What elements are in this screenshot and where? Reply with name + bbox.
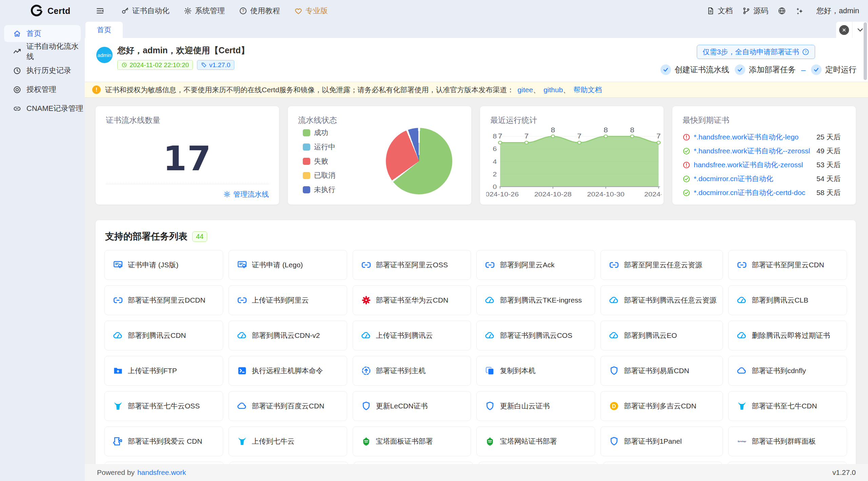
setup-step-2[interactable]: 添加部署任务 — [735, 64, 796, 75]
task-card[interactable]: 上传证书到FTP — [104, 356, 223, 386]
task-label: 部署证书到我爱云 CDN — [128, 437, 202, 446]
task-card[interactable]: 部署证书到百度云CDN — [229, 391, 347, 421]
task-card-partial[interactable] — [603, 462, 723, 464]
sidebar-collapse-icon[interactable] — [96, 6, 104, 15]
cert-link[interactable]: *.docmirror.cn证书自动化-certd-doc — [694, 188, 813, 197]
setup-step-1[interactable]: 创建证书流水线 — [660, 64, 729, 75]
topbar-docs-button[interactable]: 文档 — [702, 6, 737, 16]
tab-home[interactable]: 首页 — [85, 22, 123, 38]
user-greeting[interactable]: 您好，admin — [812, 6, 859, 16]
svg-text:?: ? — [805, 50, 807, 54]
brand[interactable]: Certd — [0, 4, 85, 18]
task-card[interactable]: 部署到腾讯云EO — [600, 321, 723, 350]
scrollbar-thumb[interactable] — [864, 22, 867, 80]
task-card[interactable]: 部署证书到腾讯云任意云资源 — [600, 285, 723, 315]
task-card[interactable]: 部署证书到1Panel — [600, 426, 723, 456]
handsfree-link[interactable]: handsfree.work — [137, 468, 186, 477]
aliyun-icon — [609, 260, 619, 270]
task-card[interactable]: 部署证书至七牛云OSS — [104, 391, 223, 421]
task-card[interactable]: 删除腾讯云即将过期证书 — [728, 321, 847, 350]
task-card[interactable]: 部署至阿里云任意云资源 — [600, 250, 723, 280]
topbar-lang-button[interactable] — [773, 7, 791, 15]
sidebar-item-cname[interactable]: CNAME记录管理 — [0, 99, 85, 118]
question-circle-icon: ? — [802, 48, 809, 56]
nav-item-cert-auto[interactable]: 证书自动化 — [114, 0, 177, 22]
banner-link-gitee[interactable]: gitee — [517, 86, 533, 94]
ftp-icon — [113, 366, 123, 376]
sidebar: 首页证书自动化流水线执行历史记录授权管理CNAME记录管理 — [0, 22, 85, 481]
task-card[interactable]: 执行远程主机脚本命令 — [229, 356, 347, 386]
pipeline-icon — [13, 47, 21, 56]
task-card[interactable]: 部署证书至七牛CDN — [728, 391, 847, 421]
task-card[interactable]: 部署证书至阿里云CDN — [728, 250, 847, 280]
cert-link[interactable]: *.handsfree.work证书自动化--zerossl — [694, 146, 813, 156]
pipeline-count-value: 17 — [96, 139, 279, 178]
nav-item-tutorial[interactable]: ?使用教程 — [232, 0, 287, 22]
topbar-right: 文档源码 您好，admin — [702, 6, 868, 16]
task-card[interactable]: Synology部署证书到群晖面板 — [728, 426, 847, 456]
nav-item-system[interactable]: 系统管理 — [177, 0, 232, 22]
task-card[interactable]: 部署证书至阿里云DCDN — [104, 285, 223, 315]
welcome-title: 您好，admin，欢迎使用【Certd】 — [117, 44, 249, 56]
avatar[interactable]: admin — [96, 47, 113, 63]
manage-pipelines-link[interactable]: 管理流水线 — [223, 190, 269, 199]
task-card[interactable]: 复制到本机 — [476, 356, 595, 386]
task-card[interactable]: 更新LeCDN证书 — [353, 391, 471, 421]
task-label: 部署到腾讯云CDN — [128, 331, 186, 340]
nav-item-pro[interactable]: 专业版 — [287, 0, 335, 22]
task-card[interactable]: 宝塔网站证书部署 — [476, 426, 595, 456]
sidebar-item-pipelines[interactable]: 证书自动化流水线 — [0, 42, 85, 61]
cert-link[interactable]: handsfree.work证书自动化-zerossl — [694, 160, 813, 170]
three-steps-hint[interactable]: 仅需3步，全自动申请部署证书 ? — [697, 45, 815, 59]
aliyun-icon — [737, 260, 747, 270]
expiring-list: *.handsfree.work证书自动化-lego25 天后*.handsfr… — [683, 132, 846, 197]
tab-close-button[interactable] — [836, 22, 852, 38]
history-icon — [13, 66, 21, 75]
task-card[interactable]: 上传证书到阿里云 — [229, 285, 347, 315]
cert-link[interactable]: *.handsfree.work证书自动化-lego — [694, 132, 813, 142]
banner-link-帮助文档[interactable]: 帮助文档 — [573, 86, 602, 94]
task-card[interactable]: 部署到阿里云Ack — [476, 250, 595, 280]
check-circle-icon — [735, 64, 745, 75]
task-card[interactable]: 部署证书到我爱云 CDN — [104, 426, 223, 456]
sidebar-item-label: 证书自动化流水线 — [26, 41, 85, 62]
svg-text:7: 7 — [656, 133, 661, 140]
task-card[interactable]: 部署到腾讯云TKE-ingress — [476, 285, 595, 315]
task-label: 部署证书到cdnfly — [752, 366, 806, 376]
task-card-partial[interactable] — [354, 462, 473, 464]
task-card[interactable]: 更新白山云证书 — [476, 391, 595, 421]
legend-label: 失败 — [314, 156, 328, 166]
sidebar-item-home[interactable]: 首页 — [4, 25, 81, 42]
task-card[interactable]: 部署证书至华为云CDN — [353, 285, 471, 315]
task-card[interactable]: 上传证书到腾讯云 — [353, 321, 471, 350]
task-card[interactable]: 部署到腾讯云CLB — [728, 285, 847, 315]
topbar-source-button[interactable]: 源码 — [737, 6, 773, 16]
cert-link[interactable]: *.docmirror.cn证书自动化 — [694, 174, 813, 184]
sparkles-icon — [795, 7, 804, 15]
task-card[interactable]: 证书申请 (JS版) — [104, 250, 223, 280]
setup-step-3[interactable]: 定时运行 — [811, 64, 856, 75]
pipeline-count-title: 证书流水线数量 — [106, 115, 269, 126]
task-card[interactable]: 部署证书至阿里云OSS — [353, 250, 471, 280]
task-card[interactable]: 部署到腾讯云CDN-v2 — [229, 321, 347, 350]
legend-swatch — [303, 129, 310, 136]
sidebar-item-history[interactable]: 执行历史记录 — [0, 61, 85, 80]
task-card-partial[interactable] — [728, 462, 847, 464]
task-card-partial[interactable] — [229, 462, 349, 464]
banner-link-github[interactable]: github — [544, 86, 563, 94]
task-card-partial[interactable] — [104, 462, 224, 464]
pipeline-count-card: 证书流水线数量 17 管理流水线 — [96, 106, 279, 205]
task-card[interactable]: 部署到腾讯云CDN — [104, 321, 223, 350]
sidebar-item-auth[interactable]: 授权管理 — [0, 80, 85, 99]
task-card[interactable]: 宝塔面板证书部署 — [353, 426, 471, 456]
task-card[interactable]: 部署证书到主机 — [353, 356, 471, 386]
task-card[interactable]: 证书申请 (Lego) — [229, 250, 347, 280]
task-card-partial[interactable] — [478, 462, 598, 464]
task-card[interactable]: 部署证书到易盾CDN — [600, 356, 723, 386]
task-label: 部署证书到群晖面板 — [752, 437, 816, 446]
task-card[interactable]: 上传到七牛云 — [229, 426, 347, 456]
task-card[interactable]: D部署证书到多吉云CDN — [600, 391, 723, 421]
task-card[interactable]: 部署证书到cdnfly — [728, 356, 847, 386]
topbar-theme-button[interactable] — [791, 7, 808, 15]
task-card[interactable]: 部署证书到腾讯云COS — [476, 321, 595, 350]
